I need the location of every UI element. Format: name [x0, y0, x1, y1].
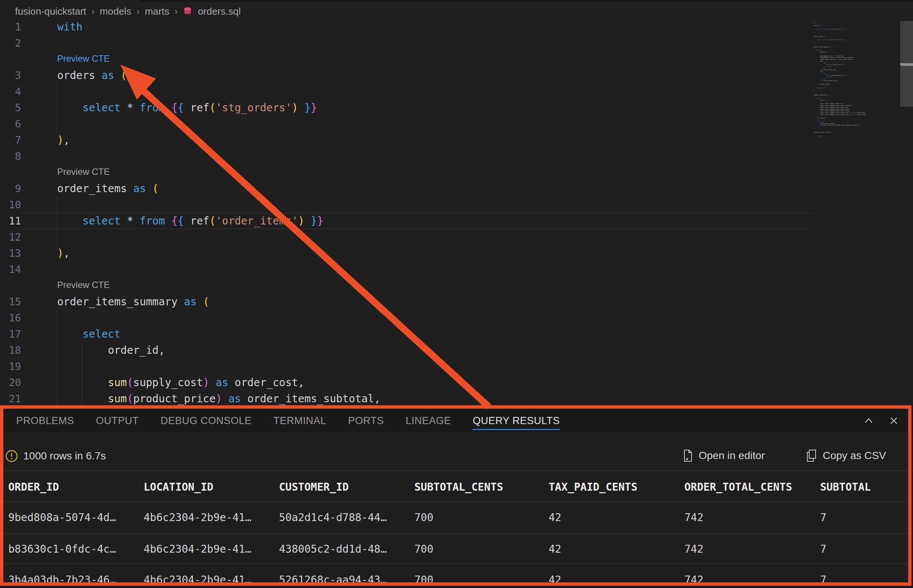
table-cell[interactable]: 742	[684, 574, 820, 588]
table-cell[interactable]: 4b6c2304-2b9e-41…	[144, 543, 279, 563]
column-header: ORDER_ID	[8, 481, 144, 502]
line-number: 18	[0, 342, 21, 358]
table-cell[interactable]: 438005c2-dd1d-48…	[279, 543, 414, 563]
breadcrumb-separator: ›	[175, 6, 178, 16]
code-line[interactable]: ),	[57, 245, 70, 261]
line-number: 17	[0, 326, 21, 342]
panel-tab-lineage[interactable]: LINEAGE	[406, 409, 451, 432]
breadcrumb: fusion-quickstart›models›marts›orders.sq…	[15, 4, 241, 19]
code-row: 12	[0, 229, 913, 245]
breadcrumb-item-models[interactable]: models	[100, 6, 131, 17]
code-row: 3orders as (	[0, 67, 913, 84]
scrollbar-marker	[900, 63, 913, 66]
table-cell[interactable]: 7	[820, 543, 910, 563]
copy-as-csv-button[interactable]: Copy as CSV	[805, 448, 886, 463]
copy-as-csv-label: Copy as CSV	[823, 448, 886, 463]
warning-icon	[5, 450, 18, 464]
code-line[interactable]: order_items_summary as (	[57, 294, 210, 310]
codelens-row: Preview CTE	[0, 278, 913, 294]
panel-tab-query-results[interactable]: QUERY RESULTS	[473, 409, 560, 432]
table-cell[interactable]: 7	[820, 511, 910, 533]
code-row: 6	[0, 116, 913, 132]
table-cell[interactable]: 42	[549, 511, 684, 533]
line-number: 21	[0, 391, 21, 407]
column-header: SUBTOTAL	[820, 481, 910, 502]
line-number: 15	[0, 294, 21, 310]
column-header: LOCATION_ID	[144, 481, 279, 502]
table-cell[interactable]: 700	[414, 543, 549, 563]
code-row: 15order_items_summary as (	[0, 294, 913, 310]
code-line[interactable]: with	[57, 19, 82, 35]
table-cell[interactable]: 42	[549, 543, 684, 563]
table-cell[interactable]: 700	[414, 511, 549, 533]
code-line[interactable]: select * from {{ ref('stg_orders') }}	[57, 100, 317, 116]
table-cell[interactable]: 9bed808a-5074-4d…	[8, 511, 144, 533]
preview-cte-link[interactable]: Preview CTE	[57, 166, 110, 177]
code-row: 13),	[0, 245, 913, 261]
indent-guide	[57, 116, 57, 132]
table-cell[interactable]: 50a2d1c4-d788-44…	[279, 511, 414, 533]
breadcrumb-item-marts[interactable]: marts	[145, 6, 169, 17]
results-header-row: ORDER_IDLOCATION_IDCUSTOMER_IDSUBTOTAL_C…	[0, 471, 910, 502]
column-header: CUSTOMER_ID	[279, 481, 414, 502]
table-cell[interactable]: 4b6c2304-2b9e-41…	[144, 574, 279, 588]
query-status-row	[0, 432, 913, 471]
code-row: 16	[0, 310, 913, 326]
line-number: 4	[0, 84, 21, 100]
panel-tab-output[interactable]: OUTPUT	[96, 409, 139, 432]
code-line[interactable]: orders as (	[57, 67, 127, 84]
minimap[interactable]: with orders as ( select * from {{ ref('s…	[814, 21, 900, 140]
table-cell[interactable]: 742	[684, 511, 820, 533]
breadcrumb-item-fusion-quickstart[interactable]: fusion-quickstart	[15, 6, 86, 17]
table-cell[interactable]: 5261268c-aa94-43…	[279, 574, 414, 588]
line-number: 10	[0, 197, 21, 213]
editor-scrollbar[interactable]	[900, 16, 913, 405]
panel-close-button[interactable]	[887, 414, 901, 428]
line-number: 7	[0, 132, 21, 148]
panel-tab-problems[interactable]: PROBLEMS	[16, 409, 74, 432]
breadcrumb-separator: ›	[136, 6, 139, 16]
code-row: 5 select * from {{ ref('stg_orders') }}	[0, 100, 913, 116]
code-line[interactable]: sum(supply_cost) as order_cost,	[57, 375, 304, 391]
line-number: 11	[0, 213, 21, 229]
code-row: 20 sum(supply_cost) as order_cost,	[0, 375, 913, 391]
code-row: 4	[0, 84, 913, 100]
table-cell[interactable]: 7	[820, 574, 910, 588]
column-header: SUBTOTAL_CENTS	[414, 481, 549, 502]
code-row: 9order_items as (	[0, 181, 913, 197]
table-cell[interactable]: 4b6c2304-2b9e-41…	[144, 511, 279, 533]
line-number: 6	[0, 116, 21, 132]
code-line[interactable]: order_items as (	[57, 181, 159, 197]
table-cell[interactable]: 3b4a03db-7b23-46…	[8, 574, 144, 588]
preview-cte-link[interactable]: Preview CTE	[57, 53, 110, 64]
indent-guide	[57, 84, 57, 100]
open-in-editor-button[interactable]: Open in editor	[682, 448, 765, 463]
panel-tab-ports[interactable]: PORTS	[348, 409, 384, 432]
table-row[interactable]: b83630c1-0fdc-4c…4b6c2304-2b9e-41…438005…	[0, 533, 910, 563]
code-line[interactable]: select	[57, 326, 121, 342]
open-in-editor-label: Open in editor	[699, 448, 765, 463]
table-row[interactable]: 3b4a03db-7b23-46…4b6c2304-2b9e-41…526126…	[0, 563, 910, 588]
table-cell[interactable]: 42	[549, 574, 684, 588]
line-number: 16	[0, 310, 21, 326]
table-row[interactable]: 9bed808a-5074-4d…4b6c2304-2b9e-41…50a2d1…	[0, 502, 910, 533]
breadcrumb-item-orders-sql[interactable]: orders.sql	[198, 6, 241, 17]
line-number: 2	[0, 35, 21, 51]
line-number: 12	[0, 229, 21, 245]
panel-tab-debug-console[interactable]: DEBUG CONSOLE	[160, 409, 252, 432]
preview-cte-link[interactable]: Preview CTE	[57, 280, 110, 290]
table-cell[interactable]: 700	[414, 574, 549, 588]
breadcrumb-separator: ›	[91, 6, 94, 16]
panel-tab-terminal[interactable]: TERMINAL	[273, 409, 326, 432]
code-line[interactable]: sum(product_price) as order_items_subtot…	[57, 391, 381, 407]
code-editor[interactable]: 1with2Preview CTE3orders as (45 select *…	[0, 19, 913, 407]
line-number: 9	[0, 181, 21, 197]
code-row: 8	[0, 148, 913, 164]
column-header: TAX_PAID_CENTS	[549, 481, 684, 502]
code-line[interactable]: ),	[57, 132, 70, 148]
panel-maximize-button[interactable]	[861, 414, 876, 428]
table-cell[interactable]: 742	[684, 543, 820, 563]
code-line[interactable]: select * from {{ ref('order_items') }}	[57, 213, 323, 229]
table-cell[interactable]: b83630c1-0fdc-4c…	[8, 543, 144, 563]
code-line[interactable]: order_id,	[57, 342, 165, 358]
